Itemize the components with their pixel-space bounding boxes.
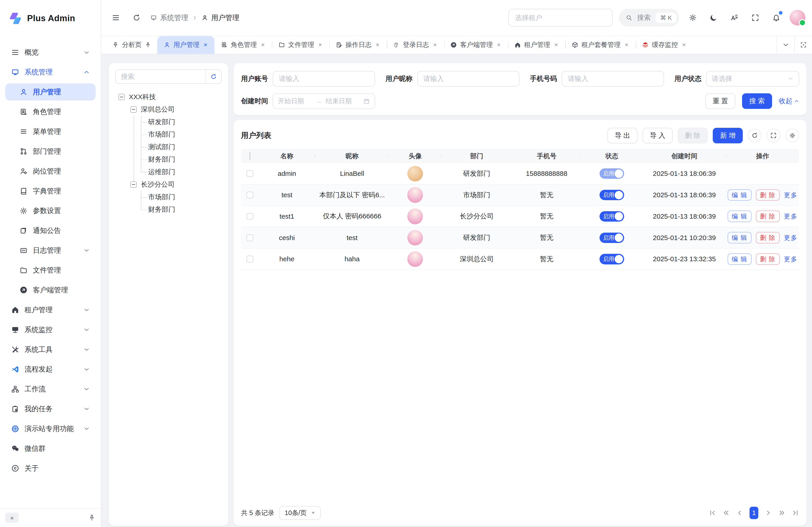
status-toggle[interactable]: 启用 <box>599 211 624 222</box>
menu-toggle-button[interactable] <box>108 10 123 25</box>
export-button[interactable]: 导 出 <box>607 128 637 144</box>
sidebar-item-files[interactable]: 文件管理 <box>5 262 96 279</box>
tree-node-研发部门[interactable]: 研发部门 <box>115 116 222 128</box>
tab-登录日志[interactable]: 登录日志× <box>387 36 444 54</box>
tab-用户管理[interactable]: 用户管理× <box>157 36 215 54</box>
previous-page-button[interactable] <box>736 509 743 516</box>
row-avatar[interactable] <box>407 251 423 267</box>
close-icon[interactable]: × <box>260 42 266 48</box>
tree-refresh-button[interactable] <box>205 70 221 84</box>
sidebar-item-logs[interactable]: 日志管理 <box>5 242 96 259</box>
nickname-input[interactable] <box>418 75 519 82</box>
tab-操作日志[interactable]: 操作日志× <box>329 36 387 54</box>
tabs-dropdown-button[interactable] <box>777 36 794 54</box>
tree-node-长沙分公司[interactable]: 长沙分公司 <box>115 178 222 191</box>
edit-row-button[interactable]: 编 辑 <box>728 253 752 265</box>
refresh-page-button[interactable] <box>129 10 144 25</box>
close-icon[interactable]: × <box>496 42 502 48</box>
tab-缓存监控[interactable]: 缓存监控× <box>636 36 693 54</box>
status-toggle[interactable]: 启用 <box>599 232 624 243</box>
global-search-button[interactable]: 搜索 ⌘ K <box>619 9 679 27</box>
status-toggle[interactable]: 启用 <box>599 254 624 264</box>
first-page-button[interactable] <box>709 509 716 516</box>
close-icon[interactable]: × <box>317 42 323 48</box>
edit-row-button[interactable]: 编 辑 <box>728 232 752 243</box>
edit-row-button[interactable]: 编 辑 <box>728 189 752 201</box>
row-avatar[interactable] <box>407 209 423 224</box>
close-icon[interactable]: × <box>375 42 380 48</box>
sidebar-item-menus[interactable]: 菜单管理 <box>5 123 96 140</box>
del-row-button[interactable]: 删 除 <box>756 189 780 201</box>
select-all-header[interactable] <box>241 152 259 160</box>
account-input[interactable] <box>273 75 374 82</box>
sidebar-item-dict[interactable]: 字典管理 <box>5 182 96 199</box>
sidebar-item-wechat[interactable]: 微信群 <box>5 440 96 457</box>
sidebar-item-clients[interactable]: 客户端管理 <box>5 282 96 299</box>
table-fullscreen-button[interactable] <box>767 129 780 142</box>
table-settings-button[interactable] <box>786 129 799 142</box>
tab-分析页[interactable]: 分析页 <box>106 36 157 54</box>
sidebar-item-demo[interactable]: 演示站专用功能 <box>5 420 96 437</box>
sidebar-item-roles[interactable]: 角色管理 <box>5 103 96 120</box>
breadcrumb-item-system[interactable]: 系统管理 <box>150 13 188 22</box>
del-row-button[interactable]: 删 除 <box>756 232 780 243</box>
language-button[interactable] <box>727 10 742 25</box>
status-select[interactable]: 请选择 <box>706 71 799 87</box>
tab-租户管理[interactable]: 租户管理× <box>508 36 565 54</box>
dark-mode-button[interactable] <box>706 10 721 25</box>
close-icon[interactable]: × <box>681 42 686 48</box>
tree-collapse-box[interactable] <box>130 181 137 188</box>
next-page-button[interactable] <box>765 509 772 516</box>
row-avatar[interactable] <box>407 166 423 181</box>
add-button[interactable]: 新 增 <box>713 128 743 144</box>
tab-文件管理[interactable]: 文件管理× <box>272 36 329 54</box>
page-size-select[interactable]: 10条/页 <box>279 506 321 520</box>
more-row-button[interactable]: 更多 <box>784 189 798 201</box>
tree-node-市场部门[interactable]: 市场部门 <box>115 128 222 141</box>
sidebar-item-posts[interactable]: 岗位管理 <box>5 163 96 180</box>
close-icon[interactable]: × <box>624 42 629 48</box>
more-row-button[interactable]: 更多 <box>784 253 798 265</box>
tree-node-深圳总公司[interactable]: 深圳总公司 <box>115 103 222 116</box>
tab-租户套餐管理[interactable]: 租户套餐管理× <box>565 36 636 54</box>
tab-角色管理[interactable]: 角色管理× <box>215 36 272 54</box>
more-row-button[interactable]: 更多 <box>784 232 798 243</box>
table-refresh-button[interactable] <box>748 129 762 142</box>
phone-input[interactable] <box>562 75 663 82</box>
brand[interactable]: Plus Admin <box>0 0 101 36</box>
sidebar-item-depts[interactable]: 部门管理 <box>5 143 96 160</box>
sidebar-item-flow[interactable]: 流程发起 <box>5 361 96 378</box>
sidebar-item-systools[interactable]: 系统工具 <box>5 341 96 358</box>
sidebar-item-system[interactable]: 系统管理 <box>5 63 96 81</box>
sidebar-collapse-button[interactable]: « <box>5 513 19 523</box>
notifications-button[interactable] <box>769 10 784 25</box>
sidebar-item-sysmon[interactable]: 系统监控 <box>5 321 96 338</box>
sidebar-item-workflow[interactable]: 工作流 <box>5 380 96 397</box>
close-icon[interactable]: × <box>553 42 559 48</box>
search-button[interactable]: 搜 索 <box>742 93 772 109</box>
status-toggle[interactable]: 启用 <box>599 190 624 200</box>
collapse-filters-button[interactable]: 收起 <box>779 96 799 106</box>
tree-collapse-box[interactable] <box>130 106 137 113</box>
status-toggle[interactable]: 启用 <box>599 168 624 179</box>
breadcrumb-item-users[interactable]: 用户管理 <box>201 13 240 22</box>
delete-button[interactable]: 删 除 <box>678 128 708 144</box>
tenant-select-input[interactable] <box>508 9 613 27</box>
last-page-button[interactable] <box>792 509 799 516</box>
row-checkbox[interactable] <box>247 192 253 198</box>
sidebar-item-mytasks[interactable]: 我的任务 <box>5 400 96 418</box>
row-avatar[interactable] <box>407 230 423 245</box>
back-5-pages-button[interactable] <box>723 509 730 516</box>
import-button[interactable]: 导 入 <box>643 128 672 144</box>
sidebar-item-notice[interactable]: 通知公告 <box>5 222 96 239</box>
tree-search-input[interactable] <box>116 73 205 80</box>
close-icon[interactable]: × <box>203 42 208 48</box>
row-avatar[interactable] <box>407 187 423 202</box>
sidebar-item-about[interactable]: 关于 <box>5 460 96 477</box>
tree-node-财务部门[interactable]: 财务部门 <box>115 153 222 166</box>
edit-row-button[interactable]: 编 辑 <box>728 211 752 222</box>
del-row-button[interactable]: 删 除 <box>756 253 780 265</box>
sidebar-item-overview[interactable]: 概览 <box>5 44 96 61</box>
forward-5-pages-button[interactable] <box>778 509 785 516</box>
tree-node-测试部门[interactable]: 测试部门 <box>115 141 222 153</box>
